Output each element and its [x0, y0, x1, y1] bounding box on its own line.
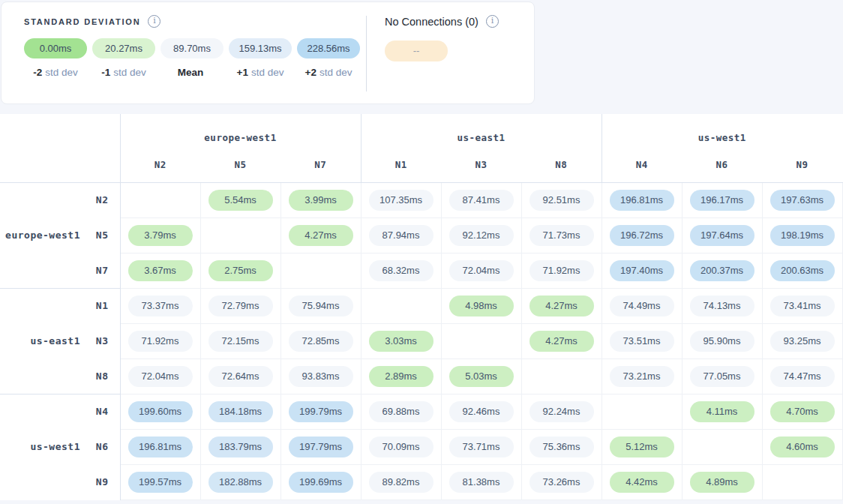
latency-cell[interactable]: 72.64ms	[200, 358, 280, 394]
latency-pill: 74.13ms	[690, 296, 754, 316]
node-column-header: N6	[682, 148, 762, 182]
latency-cell[interactable]: 4.70ms	[762, 394, 842, 429]
region-column-header: us-west1	[602, 114, 842, 148]
latency-cell[interactable]: 72.85ms	[280, 323, 361, 358]
latency-cell[interactable]: 5.12ms	[602, 429, 682, 464]
latency-cell[interactable]: 4.27ms	[521, 288, 602, 323]
latency-cell[interactable]: 87.41ms	[441, 182, 521, 218]
latency-cell[interactable]: 71.92ms	[120, 323, 200, 358]
latency-cell[interactable]: 92.46ms	[441, 394, 521, 429]
latency-cell[interactable]: 92.24ms	[521, 394, 602, 429]
latency-cell[interactable]: 196.81ms	[120, 429, 200, 464]
latency-cell[interactable]: 73.37ms	[120, 288, 200, 323]
latency-cell[interactable]: 199.79ms	[280, 394, 361, 429]
latency-cell[interactable]: 5.03ms	[441, 358, 521, 394]
legend-pill: 228.56ms	[297, 38, 360, 58]
latency-cell[interactable]: 4.89ms	[682, 464, 762, 500]
latency-cell[interactable]: 74.49ms	[602, 288, 682, 323]
latency-cell[interactable]	[762, 464, 842, 500]
latency-cell[interactable]: 200.63ms	[762, 253, 842, 288]
latency-matrix: europe-west1us-east1us-west1N2N5N7N1N3N8…	[0, 114, 843, 500]
latency-cell[interactable]: 72.04ms	[120, 358, 200, 394]
latency-cell[interactable]: 196.17ms	[682, 182, 762, 218]
latency-cell[interactable]	[682, 429, 762, 464]
latency-cell[interactable]: 73.21ms	[602, 358, 682, 394]
latency-cell[interactable]: 3.67ms	[120, 253, 200, 288]
latency-cell[interactable]: 182.88ms	[200, 464, 280, 500]
latency-cell[interactable]: 3.79ms	[120, 218, 200, 253]
latency-cell[interactable]: 87.94ms	[361, 218, 441, 253]
info-icon[interactable]: i	[148, 15, 160, 28]
latency-cell[interactable]: 73.41ms	[762, 288, 842, 323]
latency-cell[interactable]: 3.99ms	[280, 182, 361, 218]
latency-pill: 4.11ms	[690, 401, 754, 422]
latency-cell[interactable]: 4.27ms	[521, 323, 602, 358]
latency-cell[interactable]: 73.51ms	[602, 323, 682, 358]
latency-cell[interactable]	[361, 288, 441, 323]
latency-pill: 182.88ms	[208, 472, 273, 493]
latency-cell[interactable]	[200, 218, 280, 253]
latency-cell[interactable]: 197.63ms	[762, 182, 842, 218]
latency-cell[interactable]: 3.03ms	[361, 323, 441, 358]
legend-pill: 0.00ms	[24, 38, 87, 58]
latency-cell[interactable]: 199.57ms	[120, 464, 200, 500]
legend-pill: 20.27ms	[92, 38, 155, 58]
latency-pill: 71.92ms	[530, 260, 594, 281]
latency-cell[interactable]: 70.09ms	[361, 429, 441, 464]
latency-cell[interactable]: 93.25ms	[762, 323, 842, 358]
matrix-row: us-east1N173.37ms72.79ms75.94ms4.98ms4.2…	[0, 288, 842, 323]
latency-cell[interactable]: 107.35ms	[361, 182, 441, 218]
latency-pill: 74.49ms	[610, 296, 674, 316]
latency-cell[interactable]	[120, 182, 200, 218]
latency-pill: 4.60ms	[770, 436, 835, 458]
latency-cell[interactable]: 4.98ms	[441, 288, 521, 323]
latency-cell[interactable]: 197.40ms	[602, 253, 682, 288]
matrix-row: N872.04ms72.64ms93.83ms2.89ms5.03ms73.21…	[0, 358, 842, 394]
latency-cell[interactable]: 4.11ms	[682, 394, 762, 429]
latency-cell[interactable]: 73.26ms	[521, 464, 602, 500]
latency-cell[interactable]: 72.79ms	[200, 288, 280, 323]
latency-cell[interactable]: 92.51ms	[521, 182, 602, 218]
latency-cell[interactable]: 95.90ms	[682, 323, 762, 358]
latency-cell[interactable]: 198.19ms	[762, 218, 842, 253]
latency-cell[interactable]: 183.79ms	[200, 429, 280, 464]
latency-cell[interactable]: 200.37ms	[682, 253, 762, 288]
latency-cell[interactable]: 77.05ms	[682, 358, 762, 394]
latency-cell[interactable]: 4.27ms	[280, 218, 361, 253]
matrix-row: N6196.81ms183.79ms197.79ms70.09ms73.71ms…	[0, 429, 842, 464]
latency-cell[interactable]: 4.42ms	[602, 464, 682, 500]
info-icon[interactable]: i	[486, 15, 499, 28]
latency-cell[interactable]: 72.04ms	[441, 253, 521, 288]
latency-cell[interactable]: 81.38ms	[441, 464, 521, 500]
latency-cell[interactable]: 199.60ms	[120, 394, 200, 429]
latency-cell[interactable]: 197.64ms	[682, 218, 762, 253]
latency-cell[interactable]: 72.15ms	[200, 323, 280, 358]
latency-cell[interactable]: 71.73ms	[521, 218, 602, 253]
node-column-header: N8	[521, 148, 602, 182]
latency-cell[interactable]	[280, 253, 361, 288]
latency-cell[interactable]: 92.12ms	[441, 218, 521, 253]
latency-cell[interactable]: 74.13ms	[682, 288, 762, 323]
latency-cell[interactable]: 74.47ms	[762, 358, 842, 394]
region-column-header: us-east1	[361, 114, 602, 148]
latency-cell[interactable]: 2.75ms	[200, 253, 280, 288]
latency-cell[interactable]: 197.79ms	[280, 429, 361, 464]
latency-cell[interactable]: 2.89ms	[361, 358, 441, 394]
latency-cell[interactable]: 69.88ms	[361, 394, 441, 429]
latency-cell[interactable]: 199.69ms	[280, 464, 361, 500]
latency-cell[interactable]: 71.92ms	[521, 253, 602, 288]
latency-cell[interactable]: 75.36ms	[521, 429, 602, 464]
latency-cell[interactable]: 196.72ms	[602, 218, 682, 253]
latency-cell[interactable]: 4.60ms	[762, 429, 842, 464]
latency-cell[interactable]: 184.18ms	[200, 394, 280, 429]
latency-cell[interactable]: 68.32ms	[361, 253, 441, 288]
latency-cell[interactable]: 196.81ms	[602, 182, 682, 218]
latency-cell[interactable]: 93.83ms	[280, 358, 361, 394]
latency-cell[interactable]	[602, 394, 682, 429]
latency-cell[interactable]: 75.94ms	[280, 288, 361, 323]
latency-cell[interactable]	[521, 358, 602, 394]
latency-cell[interactable]	[441, 323, 521, 358]
latency-cell[interactable]: 73.71ms	[441, 429, 521, 464]
latency-cell[interactable]: 5.54ms	[200, 182, 280, 218]
latency-cell[interactable]: 89.82ms	[361, 464, 441, 500]
